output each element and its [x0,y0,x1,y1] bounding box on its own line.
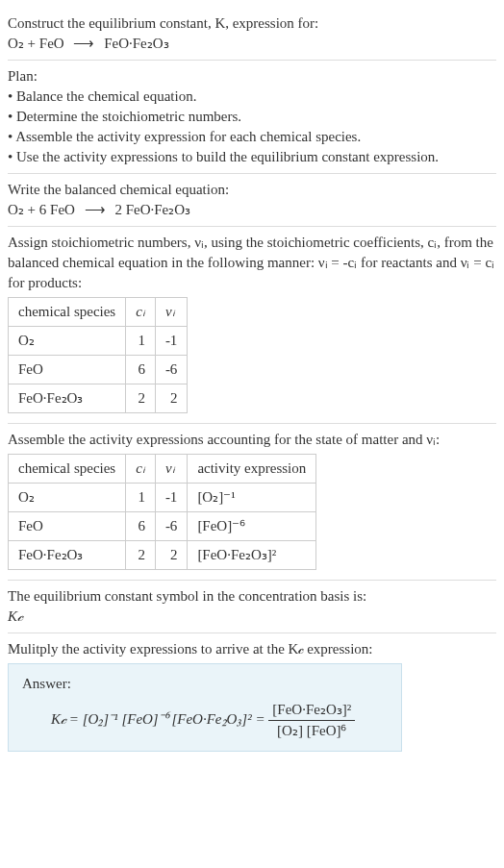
multiply-heading: Mulitply the activity expressions to arr… [8,639,496,659]
title-text: Construct the equilibrium constant, K, e… [8,13,496,34]
kc-lhs: K𝒸 = [O₂]⁻¹ [FeO]⁻⁶ [FeO·Fe₂O₃]² = [51,711,265,727]
kc-denominator: [O₂] [FeO]⁶ [268,721,355,741]
cell-nui: 2 [155,541,188,570]
cell-species: FeO·Fe₂O₃ [9,384,126,413]
stoich-table: chemical species cᵢ νᵢ O₂ 1 -1 FeO 6 -6 … [8,297,188,413]
cell-species: FeO·Fe₂O₃ [9,541,126,570]
table-row: FeO·Fe₂O₃ 2 2 [FeO·Fe₂O₃]² [9,541,316,570]
answer-box: Answer: K𝒸 = [O₂]⁻¹ [FeO]⁻⁶ [FeO·Fe₂O₃]²… [8,663,402,752]
symbol-value: K𝒸 [8,607,496,627]
cell-activity: [O₂]⁻¹ [188,484,316,512]
kc-numerator: [FeO·Fe₂O₃]² [268,700,355,721]
cell-species: FeO [9,512,126,541]
cell-nui: -1 [155,484,188,512]
kc-fraction: [FeO·Fe₂O₃]² [O₂] [FeO]⁶ [268,700,355,741]
balanced-equation: O₂ + 6 FeO ⟶ 2 FeO·Fe₂O₃ [8,200,496,220]
stoich-heading: Assign stoichiometric numbers, νᵢ, using… [8,233,496,293]
cell-nui: -6 [155,512,188,541]
symbol-section: The equilibrium constant symbol in the c… [8,581,496,633]
plan-heading: Plan: [8,66,496,87]
unbalanced-equation: O₂ + FeO ⟶ FeO·Fe₂O₃ [8,34,496,54]
col-nui: νᵢ [155,455,188,484]
balanced-left: O₂ + 6 FeO [8,202,75,217]
table-row: O₂ 1 -1 [9,327,188,356]
cell-nui: -6 [155,356,188,384]
table-row: O₂ 1 -1 [O₂]⁻¹ [9,484,316,512]
cell-nui: -1 [155,327,188,356]
title-section: Construct the equilibrium constant, K, e… [8,8,496,61]
table-row: FeO·Fe₂O₃ 2 2 [9,384,188,413]
balanced-heading: Write the balanced chemical equation: [8,180,496,200]
col-ci: cᵢ [126,455,156,484]
plan-item: • Balance the chemical equation. [8,87,496,107]
cell-ci: 1 [126,484,156,512]
plan-section: Plan: • Balance the chemical equation. •… [8,61,496,174]
balanced-section: Write the balanced chemical equation: O₂… [8,174,496,227]
col-ci: cᵢ [126,298,156,327]
activity-heading: Assemble the activity expressions accoun… [8,430,496,450]
activity-table: chemical species cᵢ νᵢ activity expressi… [8,454,316,570]
unbalanced-right: FeO·Fe₂O₃ [104,36,168,51]
arrow-icon: ⟶ [67,36,100,51]
answer-label: Answer: [22,674,388,694]
table-row: FeO 6 -6 [FeO]⁻⁶ [9,512,316,541]
cell-ci: 2 [126,541,156,570]
cell-ci: 2 [126,384,156,413]
col-species: chemical species [9,298,126,327]
cell-species: O₂ [9,484,126,512]
plan-item: • Determine the stoichiometric numbers. [8,107,496,127]
symbol-heading: The equilibrium constant symbol in the c… [8,586,496,607]
unbalanced-left: O₂ + FeO [8,36,64,51]
cell-ci: 1 [126,327,156,356]
cell-species: O₂ [9,327,126,356]
col-nui: νᵢ [155,298,188,327]
plan-item: • Use the activity expressions to build … [8,147,496,167]
col-activity: activity expression [188,455,316,484]
cell-species: FeO [9,356,126,384]
table-header-row: chemical species cᵢ νᵢ activity expressi… [9,455,316,484]
table-row: FeO 6 -6 [9,356,188,384]
cell-ci: 6 [126,356,156,384]
multiply-section: Mulitply the activity expressions to arr… [8,633,496,757]
activity-section: Assemble the activity expressions accoun… [8,424,496,581]
plan-item: • Assemble the activity expression for e… [8,127,496,147]
cell-activity: [FeO·Fe₂O₃]² [188,541,316,570]
balanced-right: 2 FeO·Fe₂O₃ [114,202,190,217]
table-header-row: chemical species cᵢ νᵢ [9,298,188,327]
cell-nui: 2 [155,384,188,413]
title-prefix: Construct the equilibrium constant, K, e… [8,15,318,31]
cell-activity: [FeO]⁻⁶ [188,512,316,541]
kc-expression: K𝒸 = [O₂]⁻¹ [FeO]⁻⁶ [FeO·Fe₂O₃]² = [FeO·… [22,700,388,741]
arrow-icon: ⟶ [79,202,112,217]
col-species: chemical species [9,455,126,484]
stoich-section: Assign stoichiometric numbers, νᵢ, using… [8,227,496,424]
cell-ci: 6 [126,512,156,541]
